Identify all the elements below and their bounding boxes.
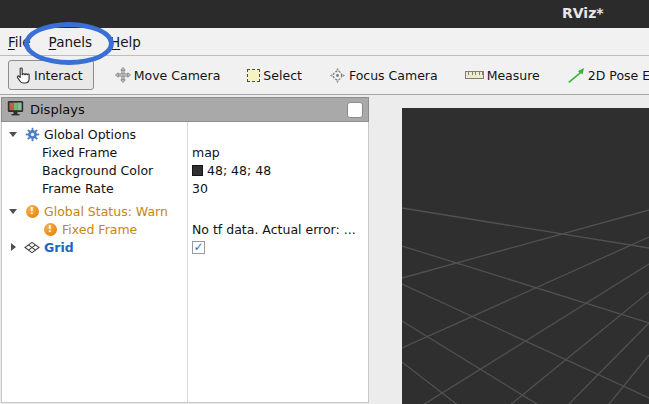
row-value: 48; 48; 48 <box>207 163 271 178</box>
tool-label: 2D Pose Esti <box>588 68 649 83</box>
gear-icon <box>24 127 40 142</box>
interact-tool-button[interactable]: Interact <box>8 60 94 90</box>
move-arrows-icon <box>115 67 131 83</box>
tool-label: Move Camera <box>134 68 221 83</box>
tree-row-fixed-frame[interactable]: Fixed Frame map <box>2 143 368 161</box>
displays-panel: Displays <box>1 97 369 403</box>
crosshair-icon <box>329 67 346 84</box>
menu-bar: File Panels Help <box>0 28 649 56</box>
pose-estimate-tool-button[interactable]: 2D Pose Esti <box>567 67 649 83</box>
toolbar: Interact Move Camera Select <box>0 56 649 95</box>
row-label: Fixed Frame <box>42 145 117 160</box>
rviz-window: RViz* File Panels Help Interact <box>0 0 649 404</box>
warning-icon: ! <box>44 223 57 236</box>
row-label: Fixed Frame <box>62 222 137 237</box>
tool-label: Interact <box>34 68 83 83</box>
select-tool-button[interactable]: Select <box>247 68 302 83</box>
warning-icon: ! <box>26 205 39 218</box>
move-camera-tool-button[interactable]: Move Camera <box>115 67 221 83</box>
tree-row-fixed-frame-warning[interactable]: ! Fixed Frame No tf data. Actual error: … <box>2 220 368 238</box>
selection-box-icon <box>247 69 260 82</box>
row-label: Global Options <box>44 127 136 142</box>
column-divider[interactable] <box>187 122 188 402</box>
ruler-icon <box>465 71 484 79</box>
main-area: Displays <box>0 96 649 404</box>
tree-row-grid[interactable]: Grid ✓ <box>2 238 368 256</box>
tool-label: Select <box>263 68 302 83</box>
expand-arrow-icon[interactable] <box>6 132 20 137</box>
color-swatch <box>192 165 203 176</box>
row-value: No tf data. Actual error: ... <box>187 222 356 237</box>
tree-row-frame-rate[interactable]: Frame Rate 30 <box>2 179 368 197</box>
menu-help[interactable]: Help <box>110 31 147 53</box>
tool-label: Focus Camera <box>349 68 438 83</box>
row-value[interactable]: 30 <box>187 181 208 196</box>
title-bar: RViz* <box>0 0 649 28</box>
window-title: RViz* <box>562 5 604 21</box>
displays-tree: Global Options Fixed Frame map <box>1 122 369 403</box>
grid-icon <box>24 241 40 254</box>
grid-enabled-checkbox[interactable]: ✓ <box>192 241 205 254</box>
menu-panels[interactable]: Panels <box>49 31 98 53</box>
row-value[interactable]: map <box>187 145 220 160</box>
displays-panel-header[interactable]: Displays <box>1 97 369 122</box>
measure-tool-button[interactable]: Measure <box>465 68 540 83</box>
green-arrow-icon <box>567 67 585 83</box>
tool-label: Measure <box>487 68 540 83</box>
menu-file[interactable]: File <box>8 31 37 53</box>
monitor-icon <box>7 100 24 120</box>
displays-panel-title: Displays <box>30 102 341 117</box>
ground-grid <box>402 108 649 404</box>
panel-float-button[interactable] <box>347 102 363 118</box>
focus-camera-tool-button[interactable]: Focus Camera <box>329 67 438 84</box>
tree-row-global-status[interactable]: ! Global Status: Warn <box>2 202 368 220</box>
tree-row-background-color[interactable]: Background Color 48; 48; 48 <box>2 161 368 179</box>
collapse-arrow-icon[interactable] <box>6 243 20 251</box>
tree-row-global-options[interactable]: Global Options <box>2 125 368 143</box>
render-viewport[interactable] <box>402 108 649 404</box>
row-label: Frame Rate <box>42 181 114 196</box>
expand-arrow-icon[interactable] <box>6 209 20 214</box>
row-label: Global Status: Warn <box>44 204 168 219</box>
row-label: Grid <box>44 240 74 255</box>
hand-icon <box>15 67 31 84</box>
row-label: Background Color <box>42 163 153 178</box>
